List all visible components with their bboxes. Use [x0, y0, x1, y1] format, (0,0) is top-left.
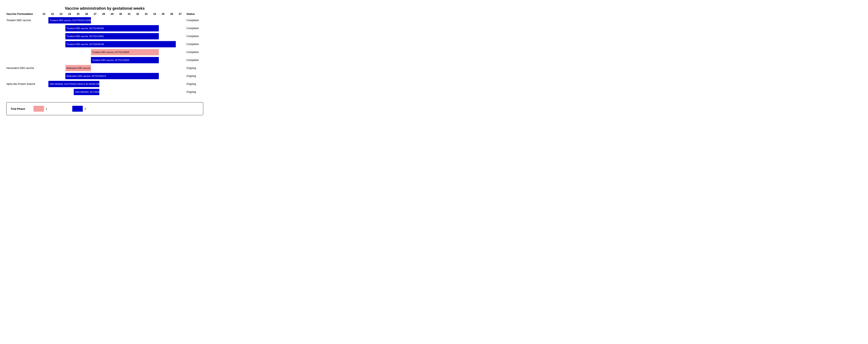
legend-title: Trial Phase: [11, 107, 25, 111]
legend-item-phase2: 2: [72, 106, 86, 112]
row-status-3: Completed: [184, 43, 203, 46]
header-row: Vaccine Formulation 21222324252627282930…: [6, 12, 203, 15]
row-status-6: Ongoing: [184, 67, 203, 69]
table-row: GBS-NN/NN2, NCT04596878Ongoing: [6, 88, 203, 96]
table-row: Trivalent GBS vaccine, NCT01412801Comple…: [6, 32, 203, 40]
week-header-34: 34: [150, 12, 159, 15]
week-header-25: 25: [74, 12, 82, 15]
week-header-31: 31: [125, 12, 133, 15]
chart-title: Vaccine administration by gestational we…: [6, 6, 203, 11]
status-col-header: Status: [184, 12, 203, 15]
row-chart-area-6: Multivalent GBS vaccine, NCT03765073: [40, 64, 184, 72]
table-row: Trivalent GBS vaccine, NCT01193920Comple…: [6, 56, 203, 64]
row-status-9: Ongoing: [184, 91, 203, 93]
weeks-header: 2122232425262728293031323334353637: [40, 12, 184, 15]
row-chart-area-8: GBS-NN/NN2, EUCTR2021-003214-40-DK/NCT05…: [40, 80, 184, 88]
week-header-30: 30: [116, 12, 125, 15]
legend-item-phase1: 1: [33, 106, 47, 112]
table-row: Multivalent GBS vaccine, NCT03765073Ongo…: [6, 72, 203, 80]
row-status-4: Completed: [184, 51, 203, 54]
week-header-36: 36: [167, 12, 176, 15]
bar-1-0: Trivalent GBS vaccine, NCT01446289: [65, 25, 159, 31]
row-chart-area-9: GBS-NN/NN2, NCT04596878: [40, 88, 184, 96]
week-header-28: 28: [99, 12, 108, 15]
table-row: Trivalent GBS vaccineTrivalent GBS vacci…: [6, 17, 203, 24]
row-status-7: Ongoing: [184, 74, 203, 77]
phase1-label: 1: [46, 107, 47, 111]
data-rows: Trivalent GBS vaccineTrivalent GBS vacci…: [6, 17, 203, 96]
bar-9-0: GBS-NN/NN2, NCT04596878: [74, 89, 99, 95]
row-chart-area-2: Trivalent GBS vaccine, NCT01412801: [40, 32, 184, 40]
bar-7-0: Multivalent GBS vaccine, NCT03765073: [65, 73, 159, 79]
bar-8-0: GBS-NN/NN2, EUCTR2021-003214-40-DK/NCT05…: [49, 81, 99, 87]
table-row: Hexavalent GBS vaccineMultivalent GBS va…: [6, 64, 203, 72]
row-chart-area-1: Trivalent GBS vaccine, NCT01446289: [40, 24, 184, 32]
week-header-21: 21: [40, 12, 49, 15]
vaccine-col-header: Vaccine Formulation: [6, 12, 40, 15]
phase2-swatch: [72, 106, 83, 112]
row-status-0: Completed: [184, 19, 203, 22]
week-header-24: 24: [65, 12, 74, 15]
row-status-2: Completed: [184, 35, 203, 38]
row-status-1: Completed: [184, 27, 203, 30]
row-chart-area-7: Multivalent GBS vaccine, NCT03765073: [40, 72, 184, 80]
week-header-37: 37: [176, 12, 185, 15]
week-header-32: 32: [133, 12, 142, 15]
week-header-26: 26: [82, 12, 91, 15]
row-chart-area-0: Trivalent GBS vaccine, EUCTR2010-020840-…: [40, 17, 184, 24]
row-label-0: Trivalent GBS vaccine: [6, 19, 40, 22]
table-row: Alpha like Protein SubunitGBS-NN/NN2, EU…: [6, 80, 203, 88]
row-status-5: Completed: [184, 59, 203, 62]
bar-4-0: Trivalent GBS vaccine, NCT01193920: [91, 49, 159, 55]
phase1-swatch: [33, 106, 44, 112]
row-chart-area-4: Trivalent GBS vaccine, NCT01193920: [40, 48, 184, 56]
week-header-23: 23: [57, 12, 65, 15]
week-header-29: 29: [108, 12, 117, 15]
bar-2-0: Trivalent GBS vaccine, NCT01412801: [65, 33, 159, 39]
week-header-33: 33: [142, 12, 150, 15]
phase2-label: 2: [85, 107, 86, 111]
table-row: Trivalent GBS vaccine, NCT01193920Comple…: [6, 48, 203, 56]
bar-3-0: Trivalent GBS vaccine, NCT02046148: [65, 41, 176, 48]
table-row: Trivalent GBS vaccine, NCT01446289Comple…: [6, 24, 203, 32]
week-header-35: 35: [159, 12, 167, 15]
chart-container: Vaccine administration by gestational we…: [6, 6, 203, 96]
table-row: Trivalent GBS vaccine, NCT02046148Comple…: [6, 40, 203, 48]
row-label-6: Hexavalent GBS vaccine: [6, 67, 40, 69]
legend-box: Trial Phase 1 2: [6, 102, 203, 115]
bar-0-0: Trivalent GBS vaccine, EUCTR2010-020840-…: [49, 17, 91, 24]
row-label-8: Alpha like Protein Subunit: [6, 83, 40, 86]
row-chart-area-3: Trivalent GBS vaccine, NCT02046148: [40, 40, 184, 48]
bar-5-0: Trivalent GBS vaccine, NCT01193920: [91, 57, 159, 63]
bar-6-0: Multivalent GBS vaccine, NCT03765073: [65, 65, 91, 71]
row-status-8: Ongoing: [184, 83, 203, 86]
week-header-27: 27: [91, 12, 99, 15]
row-chart-area-5: Trivalent GBS vaccine, NCT01193920: [40, 56, 184, 64]
week-header-22: 22: [49, 12, 57, 15]
